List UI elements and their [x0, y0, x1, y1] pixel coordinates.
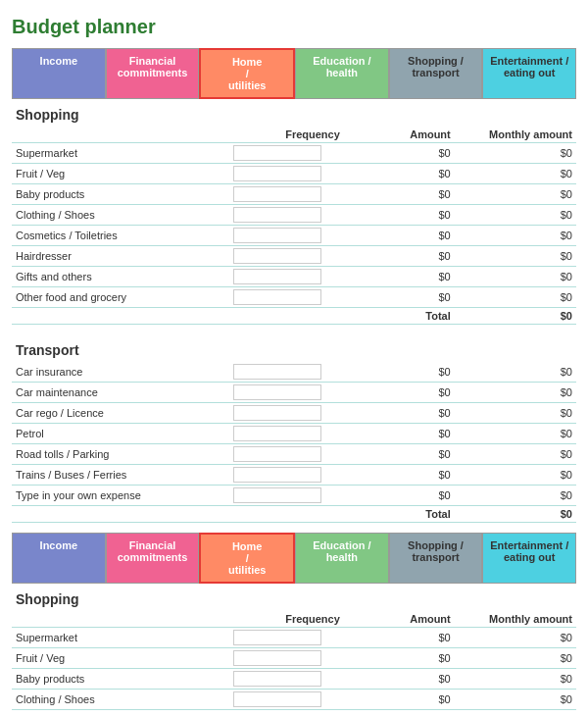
nav-tabs-bottom: Income Financialcommitments Home/utiliti… — [12, 533, 576, 584]
shopping-header-row: Frequency Amount Monthly amount — [12, 127, 576, 143]
clothing-shoes2-freq-input[interactable] — [233, 691, 321, 707]
table-row: Trains / Buses / Ferries $0 $0 — [12, 465, 576, 486]
shopping-total-value: $0 — [455, 308, 576, 325]
tab-home[interactable]: Home/utilities — [199, 48, 295, 99]
monthly-header: Monthly amount — [455, 127, 576, 143]
transport-section-title: Transport — [12, 334, 576, 362]
shopping-total-label: Total — [344, 308, 455, 325]
own-expense-freq-input[interactable] — [233, 487, 321, 503]
tab-shopping-2[interactable]: Shopping /transport — [389, 533, 483, 584]
tab-home-2[interactable]: Home/utilities — [199, 533, 295, 584]
transport-table: Car insurance $0 $0 Car maintenance $0 $… — [12, 362, 576, 523]
shopping-section-title: Shopping — [12, 99, 576, 127]
table-row: Fruit / Veg $0 $0 — [12, 648, 576, 669]
shopping-section-title-2: Shopping — [12, 584, 576, 611]
freq-header: Frequency — [211, 127, 344, 143]
nav-tabs-top: Income Financialcommitments Home/utiliti… — [12, 48, 576, 99]
hairdresser-freq-input[interactable] — [233, 248, 321, 264]
page: Budget planner Income Financialcommitmen… — [0, 0, 588, 716]
road-tolls-freq-input[interactable] — [233, 446, 321, 462]
shopping-table-2: Frequency Amount Monthly amount Supermar… — [12, 611, 576, 710]
table-row: Clothing / Shoes $0 $0 — [12, 205, 576, 226]
tab-education[interactable]: Education /health — [295, 48, 389, 99]
tab-financial[interactable]: Financialcommitments — [106, 48, 200, 99]
fruit-veg-freq-input[interactable] — [233, 166, 321, 181]
table-row: Fruit / Veg $0 $0 — [12, 164, 576, 184]
shopping-table: Frequency Amount Monthly amount Supermar… — [12, 127, 576, 325]
table-row: Petrol $0 $0 — [12, 424, 576, 444]
transport-total-label: Total — [344, 506, 455, 523]
table-row: Gifts and others $0 $0 — [12, 267, 576, 287]
baby-products2-freq-input[interactable] — [233, 671, 321, 687]
clothing-shoes-freq-input[interactable] — [233, 207, 321, 223]
amount-header: Amount — [344, 127, 455, 143]
tab-income[interactable]: Income — [12, 48, 106, 99]
car-maintenance-freq-input[interactable] — [233, 384, 321, 400]
table-row: Car maintenance $0 $0 — [12, 383, 576, 403]
table-row: Type in your own expense $0 $0 — [12, 486, 576, 506]
cosmetics-freq-input[interactable] — [233, 228, 321, 243]
table-row: Clothing / Shoes $0 $0 — [12, 690, 576, 710]
trains-freq-input[interactable] — [233, 467, 321, 483]
baby-products-freq-input[interactable] — [233, 186, 321, 202]
table-row: Supermarket $0 $0 — [12, 143, 576, 164]
car-insurance-freq-input[interactable] — [233, 364, 321, 380]
freq-header-2: Frequency — [211, 611, 344, 628]
petrol-freq-input[interactable] — [233, 426, 321, 441]
supermarket2-freq-input[interactable] — [233, 630, 321, 645]
tab-entertainment-2[interactable]: Entertainment /eating out — [482, 533, 576, 584]
shopping-total-row: Total $0 — [12, 308, 576, 325]
transport-total-row: Total $0 — [12, 506, 576, 523]
gifts-freq-input[interactable] — [233, 269, 321, 284]
supermarket-freq-input[interactable] — [233, 145, 321, 161]
table-row: Car rego / Licence $0 $0 — [12, 403, 576, 424]
table-row: Baby products $0 $0 — [12, 184, 576, 205]
table-row: Hairdresser $0 $0 — [12, 246, 576, 267]
table-row: Other food and grocery $0 $0 — [12, 287, 576, 308]
transport-total-value: $0 — [455, 506, 576, 523]
page-title: Budget planner — [12, 16, 576, 38]
table-row: Car insurance $0 $0 — [12, 362, 576, 383]
table-row: Road tolls / Parking $0 $0 — [12, 444, 576, 465]
table-row: Cosmetics / Toiletries $0 $0 — [12, 226, 576, 246]
table-row: Baby products $0 $0 — [12, 669, 576, 690]
tab-income-2[interactable]: Income — [12, 533, 106, 584]
monthly-header-2: Monthly amount — [455, 611, 576, 628]
tab-entertainment[interactable]: Entertainment /eating out — [482, 48, 576, 99]
tab-education-2[interactable]: Education /health — [295, 533, 389, 584]
tab-shopping[interactable]: Shopping /transport — [389, 48, 483, 99]
other-food-freq-input[interactable] — [233, 289, 321, 305]
car-rego-freq-input[interactable] — [233, 405, 321, 421]
amount-header-2: Amount — [344, 611, 455, 628]
shopping-header-row-2: Frequency Amount Monthly amount — [12, 611, 576, 628]
table-row: Supermarket $0 $0 — [12, 628, 576, 648]
fruit-veg2-freq-input[interactable] — [233, 650, 321, 666]
tab-financial-2[interactable]: Financialcommitments — [106, 533, 200, 584]
